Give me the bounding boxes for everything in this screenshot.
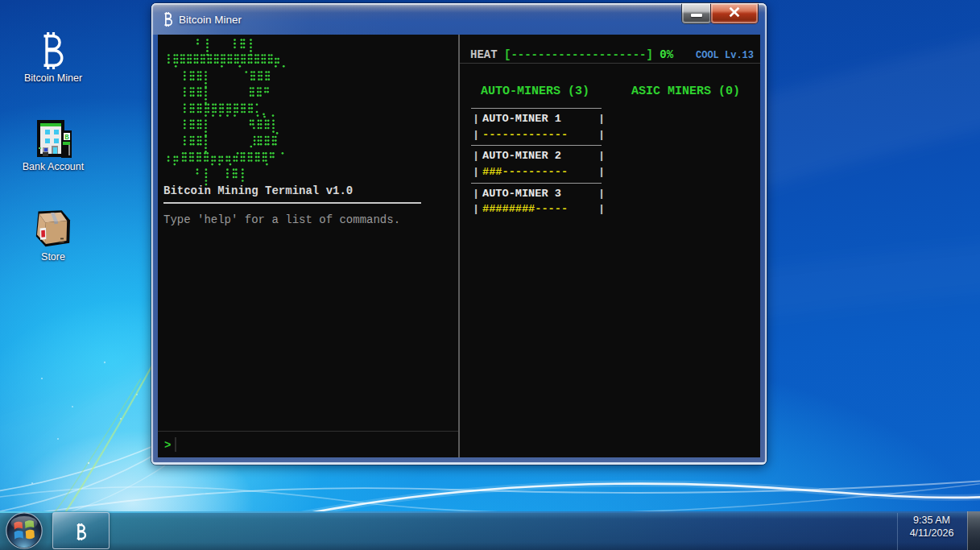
svg-text:B: B	[64, 134, 69, 142]
